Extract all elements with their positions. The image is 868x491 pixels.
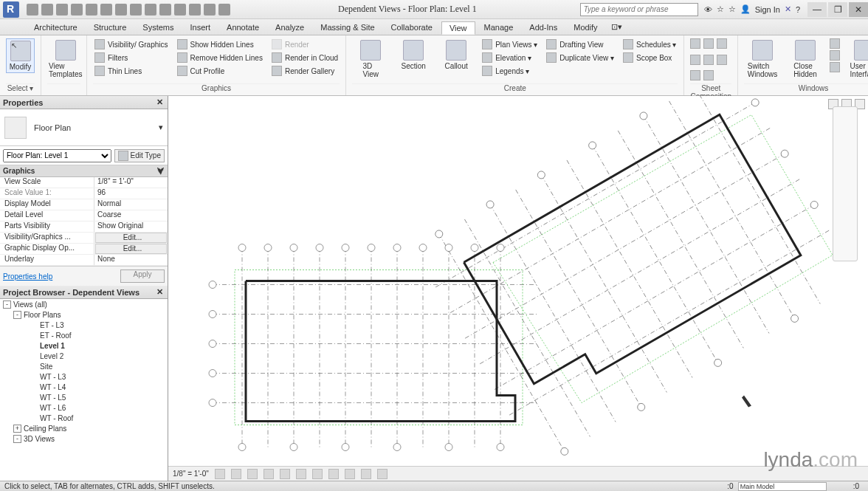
tab-architecture[interactable]: Architecture — [27, 21, 85, 33]
tab-massing[interactable]: Massing & Site — [313, 21, 382, 33]
group-select-label[interactable]: Select ▾ — [6, 83, 35, 95]
callout-button[interactable]: Callout — [438, 38, 475, 72]
property-value[interactable]: Coarse — [94, 210, 168, 221]
qat-level-icon[interactable] — [189, 4, 201, 16]
qat-measure-icon[interactable] — [100, 4, 112, 16]
tab-insert[interactable]: Insert — [183, 21, 218, 33]
temp-hide-icon[interactable] — [345, 469, 355, 479]
graphics-category[interactable]: Graphics⮟ — [0, 165, 168, 177]
close-hidden-button[interactable]: Close Hidden — [787, 38, 824, 80]
scope-box-button[interactable]: Scope Box — [621, 52, 678, 63]
rendering-icon[interactable] — [280, 469, 290, 479]
cascade-icon[interactable] — [830, 50, 840, 61]
sheet-icon-3[interactable] — [717, 38, 727, 49]
cut-profile-button[interactable]: Cut Profile — [176, 65, 264, 77]
tab-modify[interactable]: Modify — [566, 21, 604, 33]
remove-hidden-button[interactable]: Remove Hidden Lines — [176, 52, 264, 63]
qat-redo-icon[interactable] — [71, 4, 83, 16]
property-value[interactable]: 1/8" = 1'-0" — [94, 177, 168, 188]
tree-node[interactable]: ET - Roof — [0, 330, 168, 340]
tree-node[interactable]: WT - L3 — [0, 371, 168, 382]
tree-node[interactable]: -Views (all) — [0, 299, 168, 309]
tab-options-icon[interactable]: ⊡▾ — [611, 22, 622, 32]
tree-node[interactable]: WT - Roof — [0, 413, 168, 423]
qat-save-icon[interactable] — [41, 4, 53, 16]
property-row[interactable]: UnderlayNone — [0, 255, 168, 266]
reveal-hidden-icon[interactable] — [361, 469, 371, 479]
exchange-icon[interactable]: ✕ — [785, 4, 791, 14]
sheet-icon-2[interactable] — [703, 38, 714, 49]
sheet-icon-5[interactable] — [703, 55, 714, 65]
qat-section-icon[interactable] — [174, 4, 186, 16]
property-row[interactable]: Graphic Display Op...Edit... — [0, 244, 168, 255]
property-value[interactable]: None — [94, 255, 168, 265]
user-interface-button[interactable]: User Interface — [846, 38, 868, 80]
tab-analyze[interactable]: Analyze — [268, 21, 311, 33]
modify-button[interactable]: ↖ Modify — [6, 38, 35, 73]
qat-grid-icon[interactable] — [204, 4, 216, 16]
crop-region-icon[interactable] — [312, 469, 323, 479]
crop-view-icon[interactable] — [296, 469, 306, 479]
qat-print-icon[interactable] — [86, 4, 97, 16]
qat-undo-icon[interactable] — [56, 4, 68, 16]
close-button[interactable]: ✕ — [849, 2, 868, 17]
app-logo[interactable] — [3, 1, 19, 18]
tree-toggle-icon[interactable]: - — [13, 435, 21, 443]
recent-icon[interactable]: ☆ — [728, 4, 736, 14]
render-cloud-button[interactable]: Render in Cloud — [270, 52, 340, 63]
maximize-button[interactable]: ❐ — [828, 2, 847, 17]
sun-path-icon[interactable] — [247, 469, 258, 479]
tree-node[interactable]: Level 2 — [0, 351, 168, 361]
browser-close-icon[interactable]: ✕ — [154, 287, 165, 298]
tree-node[interactable]: ET - L3 — [0, 320, 168, 330]
qat-text-icon[interactable] — [130, 4, 142, 16]
tab-collaborate[interactable]: Collaborate — [384, 21, 440, 33]
plan-views-button[interactable]: Plan Views ▾ — [480, 38, 539, 50]
sheet-icon-4[interactable] — [690, 55, 700, 65]
section-button[interactable]: Section — [395, 38, 432, 72]
switch-windows-button[interactable]: Switch Windows — [744, 38, 781, 80]
tile-icon[interactable] — [830, 62, 840, 72]
apply-button[interactable]: Apply — [120, 269, 165, 283]
tree-node[interactable]: WT - L5 — [0, 392, 168, 402]
schedules-button[interactable]: Schedules ▾ — [621, 38, 678, 50]
project-browser-tree[interactable]: -Views (all)-Floor PlansET - L3ET - Roof… — [0, 299, 168, 481]
replicate-icon[interactable] — [830, 38, 840, 49]
lock-3d-icon[interactable] — [328, 469, 339, 479]
worksharing-icon[interactable] — [377, 469, 388, 479]
property-row[interactable]: View Scale1/8" = 1'-0" — [0, 177, 168, 188]
legends-button[interactable]: Legends ▾ — [480, 65, 539, 77]
property-value[interactable]: Show Original — [94, 222, 168, 232]
property-value[interactable]: Edit... — [95, 244, 167, 254]
tree-toggle-icon[interactable]: - — [3, 301, 11, 309]
property-row[interactable]: Parts VisibilityShow Original — [0, 222, 168, 233]
signin-link[interactable]: Sign In — [755, 5, 780, 14]
property-row[interactable]: Scale Value 1:96 — [0, 188, 168, 199]
duplicate-view-button[interactable]: Duplicate View ▾ — [545, 52, 616, 63]
navigation-bar[interactable] — [833, 106, 858, 261]
render-gallery-button[interactable]: Render Gallery — [270, 65, 340, 77]
tree-node[interactable]: Level 1 — [0, 340, 168, 351]
qat-open-icon[interactable] — [27, 4, 38, 16]
property-value[interactable]: Edit... — [95, 233, 167, 243]
binoculars-icon[interactable]: 👁 — [704, 5, 712, 14]
qat-align-icon[interactable] — [115, 4, 127, 16]
thin-lines-button[interactable]: Thin Lines — [93, 65, 170, 77]
visual-style-icon[interactable] — [231, 469, 241, 479]
tab-addins[interactable]: Add-Ins — [522, 21, 565, 33]
sheet-icon-8[interactable] — [703, 70, 714, 80]
tree-node[interactable]: +Ceiling Plans — [0, 423, 168, 433]
tab-view[interactable]: View — [441, 21, 475, 35]
properties-close-icon[interactable]: ✕ — [154, 97, 165, 108]
tab-structure[interactable]: Structure — [86, 21, 134, 33]
elevation-button[interactable]: Elevation ▾ — [480, 52, 539, 63]
properties-help-link[interactable]: Properties help — [3, 272, 52, 281]
scale-display[interactable]: 1/8" = 1'-0" — [173, 470, 209, 478]
qat-tag-icon[interactable] — [159, 4, 171, 16]
type-selector[interactable]: Floor Plan ▾ — [0, 109, 168, 146]
show-hidden-button[interactable]: Show Hidden Lines — [176, 38, 264, 50]
user-icon[interactable]: 👤 — [740, 4, 751, 14]
tree-node[interactable]: Site — [0, 361, 168, 371]
search-input[interactable] — [580, 3, 698, 16]
instance-selector[interactable]: Floor Plan: Level 1 — [3, 149, 111, 162]
